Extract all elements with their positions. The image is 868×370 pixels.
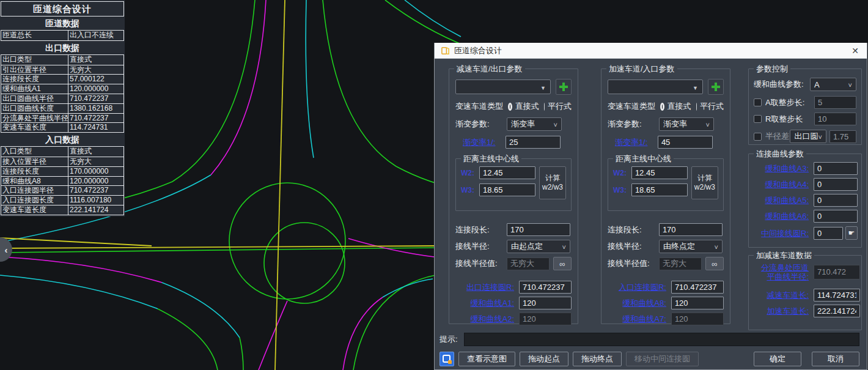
view-sketch-button[interactable]: 查看示意图 bbox=[458, 352, 515, 366]
r-step-input[interactable] bbox=[814, 113, 856, 125]
spiral-param-select[interactable]: A bbox=[810, 78, 856, 91]
spiral-a4-input[interactable] bbox=[814, 178, 858, 191]
decel-radio-direct-label: 直接式 bbox=[515, 101, 539, 112]
table-section-header: 匝道数据 bbox=[1, 17, 124, 29]
decel-w3-label: W3: bbox=[461, 186, 479, 194]
accel-spiral-a8-input[interactable] bbox=[671, 297, 724, 309]
radius-diff-checkbox[interactable] bbox=[754, 133, 762, 141]
accel-radius-mode-label: 接线半径: bbox=[608, 241, 659, 252]
decel-w3-input[interactable] bbox=[479, 183, 535, 196]
spiral-a3-link[interactable]: 缓和曲线A3: bbox=[752, 164, 809, 173]
decel-taper-select[interactable]: 渐变率 bbox=[507, 117, 562, 131]
table-section-rows: 入口类型直接式接入位置半径无穷大连接段长度170.000000缓和曲线A8120… bbox=[1, 146, 124, 215]
table-section-header: 入口数据 bbox=[1, 133, 124, 146]
dialog-titlebar[interactable]: 匝道综合设计 ✕ bbox=[435, 43, 867, 59]
decel-segment-input[interactable] bbox=[507, 223, 570, 236]
accel-calc-w2w3-button[interactable]: 计算 w2/w3 bbox=[691, 166, 718, 199]
decel-radio-direct[interactable] bbox=[508, 103, 512, 111]
decel-calc-w2w3-button[interactable]: 计算 w2/w3 bbox=[539, 166, 566, 199]
spiral-a5-input[interactable] bbox=[814, 194, 858, 207]
close-icon[interactable]: ✕ bbox=[850, 46, 861, 56]
decel-lane-combobox[interactable] bbox=[455, 80, 551, 94]
table-cell-label: 出口圆曲线长度 bbox=[1, 104, 68, 113]
accel-radius-value-input bbox=[659, 257, 702, 270]
accel-entrance-circle-link[interactable]: 入口连接圆R: bbox=[608, 282, 666, 293]
application-window: 匝道综合设计 匝道数据匝道总长出入口不连续出口数据出口类型直接式引出位置半径无穷… bbox=[0, 0, 868, 370]
spiral-a6-link[interactable]: 缓和曲线A6: bbox=[752, 212, 809, 221]
accel-w2-input[interactable] bbox=[631, 166, 688, 179]
a-step-input[interactable] bbox=[814, 96, 856, 109]
right-panel: 参数控制 缓和曲线参数: A A取整步长: R取整步长 bbox=[748, 68, 862, 330]
accel-w3-input[interactable] bbox=[631, 183, 688, 196]
spiral-a4-link[interactable]: 缓和曲线A4: bbox=[752, 180, 809, 189]
decel-exit-circle-input[interactable] bbox=[519, 281, 572, 294]
table-row: 匝道总长出入口不连续 bbox=[1, 31, 123, 40]
accel-radio-direct[interactable] bbox=[660, 103, 664, 111]
chevron-down-icon bbox=[554, 120, 557, 129]
accel-lane-combobox[interactable] bbox=[608, 80, 703, 94]
mid-circle-link[interactable]: 中间接线圆R: bbox=[752, 229, 809, 238]
drag-end-button[interactable]: 拖动终点 bbox=[573, 352, 622, 366]
accel-taper-select[interactable]: 渐变率 bbox=[659, 117, 714, 131]
accel-length-link[interactable]: 加速车道长: bbox=[752, 306, 809, 316]
chevron-down-icon bbox=[714, 242, 718, 251]
table-section-rows: 匝道总长出入口不连续 bbox=[1, 30, 124, 41]
accel-spiral-a7-link[interactable]: 缓和曲线A7: bbox=[608, 314, 666, 325]
decel-radius-mode-select[interactable]: 由起点定 bbox=[507, 240, 570, 253]
decel-spiral-a1-input[interactable] bbox=[519, 297, 572, 309]
spiral-a6-input[interactable] bbox=[814, 210, 858, 223]
accel-entrance-circle-input[interactable] bbox=[671, 281, 724, 294]
decel-length-link[interactable]: 减速车道长: bbox=[752, 290, 809, 300]
radius-diff-select[interactable]: 出口圆 bbox=[790, 130, 826, 143]
r-step-checkbox[interactable] bbox=[754, 115, 762, 123]
table-cell-label: 连接段长度 bbox=[1, 75, 68, 84]
table-row: 引出位置半径无穷大 bbox=[1, 65, 123, 75]
accel-length-input[interactable] bbox=[814, 305, 860, 317]
accel-infinity-button[interactable]: ∞ bbox=[705, 257, 724, 270]
accel-radius-mode-select[interactable]: 由终点定 bbox=[659, 240, 723, 253]
decel-radio-parallel[interactable] bbox=[544, 103, 545, 111]
spiral-a3-input[interactable] bbox=[814, 162, 858, 175]
decel-group-label: 减速车道/出口参数 bbox=[454, 64, 525, 75]
accel-radio-parallel[interactable] bbox=[696, 103, 697, 111]
a-step-checkbox[interactable] bbox=[754, 98, 762, 106]
mid-circle-input[interactable] bbox=[814, 227, 843, 240]
cancel-button[interactable]: 取消 bbox=[812, 352, 859, 366]
decel-w2-input[interactable] bbox=[479, 166, 535, 179]
accel-rate-input[interactable] bbox=[658, 136, 713, 149]
lane-data-label: 加减速车道数据 bbox=[754, 250, 814, 261]
decel-rate-input[interactable] bbox=[506, 136, 561, 149]
tip-label: 提示: bbox=[440, 334, 458, 345]
table-cell-value: 无穷大 bbox=[68, 157, 123, 166]
ok-button[interactable]: 确定 bbox=[754, 352, 801, 366]
accel-spiral-a8-link[interactable]: 缓和曲线A8: bbox=[608, 298, 666, 309]
decel-length-input[interactable] bbox=[814, 289, 860, 302]
table-row: 入口连接圆半径710.472237 bbox=[1, 185, 123, 195]
decel-radius-mode-label: 接线半径: bbox=[455, 241, 507, 252]
table-cell-value: 57.000122 bbox=[68, 75, 123, 84]
decel-infinity-button[interactable]: ∞ bbox=[553, 257, 572, 270]
decel-taper-label: 渐变参数: bbox=[455, 119, 507, 130]
table-cell-label: 入口连接圆半径 bbox=[1, 186, 68, 195]
nose-radius-input bbox=[814, 265, 860, 279]
dialog-title: 匝道综合设计 bbox=[454, 45, 502, 56]
decel-add-button[interactable] bbox=[556, 79, 572, 95]
table-cell-label: 引出位置半径 bbox=[1, 65, 68, 75]
accel-rate-link[interactable]: 渐变率1/: bbox=[615, 137, 658, 148]
decel-exit-circle-link[interactable]: 出口连接圆R: bbox=[455, 282, 514, 293]
preview-window-button[interactable] bbox=[440, 352, 454, 366]
radius-diff-input[interactable] bbox=[829, 130, 856, 143]
decel-w2-label: W2: bbox=[461, 169, 479, 177]
accel-lane-type-label: 变速车道类型 bbox=[608, 101, 655, 112]
decel-rate-link[interactable]: 渐变率1/: bbox=[463, 137, 506, 148]
decel-spiral-a2-link[interactable]: 缓和曲线A2: bbox=[455, 314, 514, 325]
accel-add-button[interactable] bbox=[708, 79, 724, 95]
pick-hand-icon[interactable]: ☛ bbox=[845, 226, 858, 240]
nose-radius-link[interactable]: 分流鼻处匝道 平曲线半径: bbox=[752, 263, 809, 281]
spiral-a5-link[interactable]: 缓和曲线A5: bbox=[752, 196, 809, 205]
decel-spiral-a1-link[interactable]: 缓和曲线A1: bbox=[455, 298, 514, 309]
chevron-down-icon bbox=[705, 120, 709, 129]
accel-segment-input[interactable] bbox=[659, 223, 723, 236]
drag-start-button[interactable]: 拖动起点 bbox=[520, 352, 568, 366]
table-row: 出口圆曲线半径710.472237 bbox=[1, 94, 123, 103]
